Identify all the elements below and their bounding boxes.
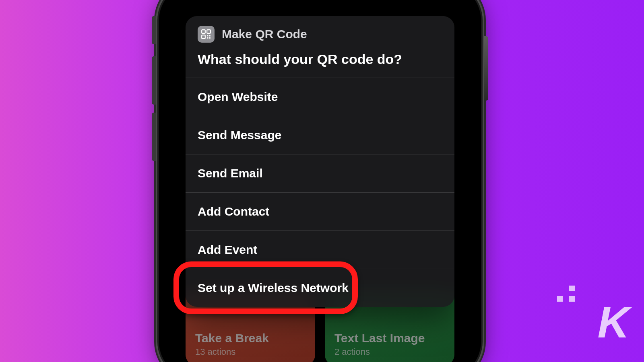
phone-screen: Take a Break 13 actions Text Last Image … (168, 0, 472, 362)
phone-frame: Take a Break 13 actions Text Last Image … (159, 0, 481, 362)
option-add-contact[interactable]: Add Contact (186, 192, 454, 230)
svg-rect-2 (202, 35, 205, 39)
tile-subtitle: 2 actions (334, 347, 445, 357)
option-send-message[interactable]: Send Message (186, 116, 454, 154)
tile-subtitle: 13 actions (195, 347, 305, 357)
sheet-prompt: What should your QR code do? (186, 48, 454, 78)
svg-rect-1 (207, 30, 211, 33)
tile-title: Text Last Image (334, 331, 445, 345)
svg-rect-6 (209, 37, 211, 39)
logo-dots (557, 286, 576, 302)
svg-rect-5 (207, 37, 208, 39)
svg-rect-4 (209, 35, 211, 36)
qr-code-icon (198, 26, 215, 43)
option-open-website[interactable]: Open Website (186, 78, 454, 116)
k-logo: K (598, 296, 627, 348)
action-sheet: Make QR Code What should your QR code do… (186, 16, 454, 307)
svg-rect-3 (207, 35, 208, 36)
option-add-event[interactable]: Add Event (186, 230, 454, 269)
tile-title: Take a Break (195, 331, 305, 345)
sheet-title: Make QR Code (222, 27, 307, 41)
power-button (484, 36, 488, 101)
svg-rect-0 (202, 30, 205, 33)
sheet-header: Make QR Code (186, 16, 454, 48)
option-send-email[interactable]: Send Email (186, 154, 454, 192)
option-set-up-wireless-network[interactable]: Set up a Wireless Network (186, 269, 454, 307)
